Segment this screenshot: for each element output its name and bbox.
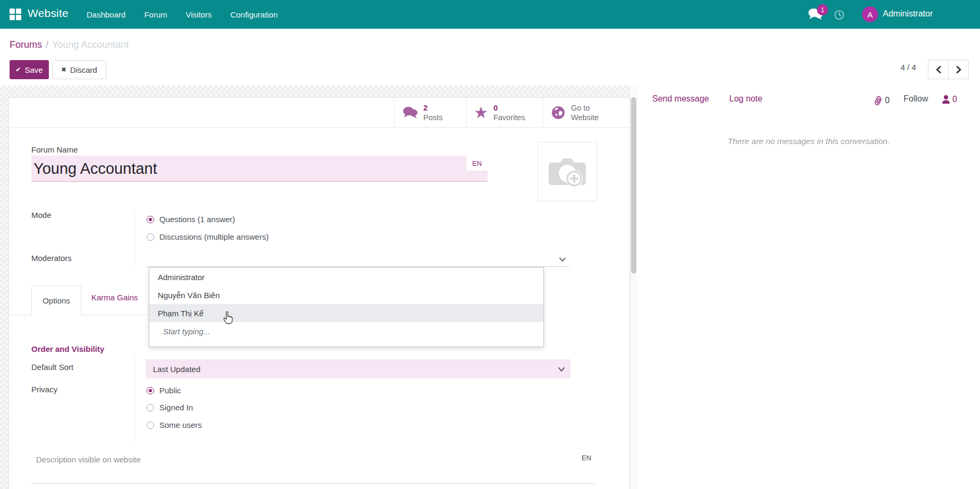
mode-option-discussions[interactable]: Discussions (multiple answers) [147, 232, 269, 241]
default-sort-label: Default Sort [31, 362, 73, 372]
x-icon: ✖ [61, 66, 66, 73]
forum-name-input[interactable]: Young Accountant [31, 156, 488, 182]
posts-count: 2 [423, 103, 442, 113]
forum-name-value: Young Accountant [31, 160, 157, 178]
go-to-website-line2: Website [571, 113, 599, 122]
default-sort-select[interactable]: Last Updated [146, 359, 570, 378]
discard-button[interactable]: ✖ Discard [52, 60, 106, 79]
user-avatar[interactable]: A [862, 6, 878, 22]
nav-item-configuration[interactable]: Configuration [231, 10, 278, 19]
moderators-dropdown-menu: Administrator Nguyễn Văn Biên Phạm Thị K… [149, 267, 544, 347]
favorites-label: Favorites [493, 113, 525, 122]
section-order-and-visibility: Order and Visibility [31, 344, 104, 353]
breadcrumb-forums-link[interactable]: Forums [10, 39, 42, 50]
chevron-left-icon [935, 66, 942, 73]
radio-selected-icon [147, 216, 154, 223]
sheet-divider [31, 483, 596, 484]
messages-count-badge[interactable]: 1 [817, 4, 828, 15]
breadcrumb-current: Young Accountant [52, 39, 129, 50]
dropdown-start-typing-hint[interactable]: Start typing... [149, 322, 543, 340]
send-message-button[interactable]: Send message [652, 94, 709, 104]
dropdown-item-pham-thi-ke[interactable]: Phạm Thị Kế [149, 304, 543, 322]
favorites-count: 0 [493, 103, 525, 113]
dropdown-item-administrator[interactable]: Administrator [149, 268, 543, 286]
tab-karma-gains[interactable]: Karma Gains [91, 293, 138, 302]
form-group-divider [134, 356, 135, 441]
app-name[interactable]: Website [28, 7, 69, 20]
moderators-input[interactable] [146, 266, 569, 267]
radio-unselected-icon [147, 233, 154, 241]
star-icon: ★ [474, 105, 488, 121]
attachments-count: 0 [885, 96, 890, 105]
moderators-dropdown-caret-icon[interactable] [559, 255, 566, 264]
nav-item-dashboard[interactable]: Dashboard [87, 10, 125, 19]
user-name[interactable]: Administrator [883, 9, 933, 19]
forum-name-language-badge[interactable]: EN [466, 156, 488, 171]
attachments-button[interactable]: 0 [874, 95, 890, 106]
privacy-option-signed-in[interactable]: Signed In [147, 403, 193, 412]
nav-item-forum[interactable]: Forum [144, 10, 167, 19]
posts-label: Posts [423, 113, 442, 122]
forum-image-upload[interactable] [538, 142, 597, 201]
privacy-option-public[interactable]: Public [147, 386, 181, 395]
radio-unselected-icon [147, 404, 154, 411]
globe-icon [551, 105, 566, 120]
breadcrumb: Forums/Young Accountant [10, 39, 129, 50]
apps-grid-icon[interactable] [10, 9, 21, 20]
form-group-divider [134, 210, 135, 267]
moderators-label: Moderators [31, 254, 72, 263]
mode-option-questions[interactable]: Questions (1 answer) [147, 215, 235, 224]
tab-options[interactable]: Options [31, 285, 81, 315]
radio-unselected-icon [147, 421, 154, 429]
posts-chat-icon [402, 106, 418, 120]
pager-value: 4 / 4 [892, 63, 924, 72]
privacy-option-some-users[interactable]: Some users [147, 420, 202, 429]
default-sort-value: Last Updated [153, 365, 200, 374]
nav-item-visitors[interactable]: Visitors [186, 10, 212, 19]
forum-name-label: Forum Name [31, 145, 78, 154]
control-panel: Forums/Young Accountant ✔ Save ✖ Discard… [0, 29, 980, 86]
pager-previous-button[interactable] [928, 60, 949, 79]
camera-plus-icon [544, 149, 590, 195]
select-chevron-down-icon [558, 365, 565, 374]
person-icon [942, 95, 950, 104]
check-icon: ✔ [15, 66, 21, 73]
navbar-menu: Dashboard Forum Visitors Configuration [87, 0, 278, 29]
top-navbar: Website Dashboard Forum Visitors Configu… [0, 0, 980, 29]
posts-stat-button[interactable]: 2 Posts [394, 98, 466, 127]
pager-next-button[interactable] [948, 60, 969, 79]
statusbar-divider [9, 127, 629, 128]
dropdown-item-nguyen-van-bien[interactable]: Nguyễn Văn Biên [149, 286, 543, 304]
go-to-website-button[interactable]: Go to Website [543, 98, 616, 127]
favorites-stat-button[interactable]: ★ 0 Favorites [466, 98, 543, 127]
description-language-badge[interactable]: EN [582, 454, 591, 462]
activities-clock-icon[interactable] [834, 10, 845, 20]
chevron-right-icon [956, 66, 962, 73]
scrollbar-thumb[interactable] [631, 97, 636, 274]
mode-label: Mode [31, 210, 52, 220]
breadcrumb-separator: / [46, 39, 48, 50]
paperclip-icon [874, 95, 883, 106]
description-field[interactable]: Description visible on website [36, 455, 141, 464]
radio-selected-icon [147, 387, 154, 394]
go-to-website-line1: Go to [571, 103, 599, 113]
log-note-button[interactable]: Log note [729, 94, 762, 104]
save-button[interactable]: ✔ Save [10, 60, 49, 79]
privacy-label: Privacy [31, 385, 57, 394]
followers-button[interactable]: 0 [942, 95, 957, 104]
follow-button[interactable]: Follow [904, 94, 928, 104]
followers-count: 0 [952, 95, 957, 104]
chatter-empty-message: There are no messages in this conversati… [637, 137, 980, 146]
